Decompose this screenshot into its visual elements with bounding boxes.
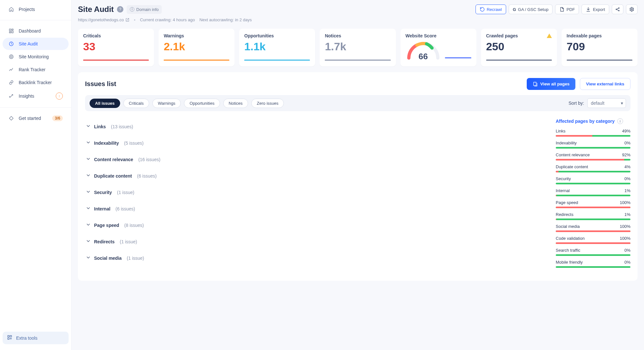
share-button[interactable]: [612, 5, 623, 14]
svg-rect-8: [10, 335, 12, 337]
chevron-down-icon: [86, 255, 91, 261]
next-crawl: Next autocrawling: in 2 days: [199, 17, 252, 22]
filter-criticals[interactable]: Criticals: [123, 99, 149, 108]
issue-name: Social media: [94, 256, 122, 261]
sidebar-item-site-audit[interactable]: Site Audit: [3, 38, 69, 50]
card-value: 2.1k: [164, 41, 229, 52]
affected-item: Code validation100%: [556, 236, 630, 244]
affected-name: Code validation: [556, 236, 585, 241]
view-external-links-button[interactable]: View external links: [580, 78, 630, 90]
recrawl-button[interactable]: Recrawl: [476, 5, 506, 14]
card-underline: [445, 57, 471, 58]
domain-info-chip[interactable]: Domain info: [127, 5, 162, 14]
extra-tools-button[interactable]: Extra tools: [3, 332, 69, 344]
issue-row[interactable]: Content relevance (16 issues): [85, 151, 543, 168]
affected-pct: 100%: [620, 236, 630, 241]
issue-count: (8 issues): [124, 223, 144, 228]
issue-name: Content relevance: [94, 157, 133, 162]
filter-all[interactable]: All issues: [90, 99, 120, 108]
issue-row[interactable]: Security (1 issue): [85, 184, 543, 200]
issue-row[interactable]: Internal (6 issues): [85, 200, 543, 217]
sidebar-label: Backlink Tracker: [19, 80, 52, 85]
sidebar-label: Dashboard: [19, 28, 41, 34]
extra-tools-label: Extra tools: [16, 335, 37, 341]
affected-bar: [556, 242, 630, 244]
filter-notices[interactable]: Notices: [223, 99, 248, 108]
gauge: 66: [406, 40, 441, 60]
card-indexable-pages[interactable]: Indexable pages 709: [562, 29, 638, 66]
card-notices[interactable]: Notices 1.7k: [320, 29, 396, 66]
affected-pct: 0%: [624, 141, 630, 145]
affected-name: Social media: [556, 224, 580, 229]
filter-warnings[interactable]: Warnings: [152, 99, 181, 108]
affected-pct: 0%: [624, 260, 630, 265]
sort-label: Sort by:: [569, 101, 584, 106]
rank-icon: [8, 67, 14, 73]
export-button[interactable]: Export: [582, 5, 609, 14]
ga-gsc-button[interactable]: G GA / GSC Setup: [509, 5, 553, 14]
card-crawled-pages[interactable]: Crawled pages 250: [481, 29, 557, 66]
issue-row[interactable]: Links (13 issues): [85, 118, 543, 135]
filter-zero[interactable]: Zero issues: [251, 99, 284, 108]
card-opportunities[interactable]: Opportunities 1.1k: [239, 29, 315, 66]
issue-row[interactable]: Redirects (1 issue): [85, 233, 543, 250]
card-underline: [486, 60, 552, 61]
card-underline: [325, 60, 390, 61]
sidebar-item-projects[interactable]: Projects: [3, 3, 69, 15]
issue-count: (5 issues): [124, 141, 144, 146]
affected-pct: 100%: [620, 224, 630, 229]
sidebar-item-dashboard[interactable]: Dashboard: [3, 25, 69, 37]
card-criticals[interactable]: Criticals 33: [78, 29, 154, 66]
sidebar-item-backlink-tracker[interactable]: Backlink Tracker: [3, 76, 69, 89]
issue-name: Indexability: [94, 141, 119, 146]
issue-row[interactable]: Duplicate content (6 issues): [85, 168, 543, 184]
sort-select[interactable]: default ▾: [587, 98, 626, 108]
issue-row[interactable]: Social media (1 issue): [85, 250, 543, 266]
affected-name: Security: [556, 176, 571, 181]
pdf-label: PDF: [566, 7, 575, 12]
affected-bar: [556, 195, 630, 196]
affected-name: Content relevance: [556, 152, 590, 157]
card-value: 1.7k: [325, 41, 390, 52]
issue-row[interactable]: Indexability (5 issues): [85, 135, 543, 151]
card-label: Crawled pages: [486, 33, 518, 38]
sidebar-label: Site Audit: [19, 41, 38, 46]
card-value: 33: [83, 41, 149, 52]
issue-name: Security: [94, 190, 112, 195]
help-icon[interactable]: ?: [117, 6, 123, 13]
affected-name: Redirects: [556, 212, 573, 217]
issue-count: (16 issues): [138, 157, 160, 162]
issue-name: Links: [94, 124, 106, 129]
sidebar-item-insights[interactable]: Insights ↑: [3, 89, 69, 103]
settings-button[interactable]: [626, 5, 638, 14]
affected-title[interactable]: Affected pages by category: [556, 119, 615, 124]
external-icon: [125, 18, 130, 22]
sidebar-item-site-monitoring[interactable]: Site Monitoring: [3, 51, 69, 63]
view-all-label: View all pages: [540, 82, 570, 86]
card-website-score[interactable]: Website Score 66: [400, 29, 476, 66]
card-label: Warnings: [164, 33, 229, 38]
card-label: Criticals: [83, 33, 149, 38]
affected-pct: 100%: [620, 200, 630, 205]
affected-item: Duplicate content4%: [556, 164, 630, 172]
upgrade-icon[interactable]: ↑: [56, 92, 63, 100]
issue-row[interactable]: Page speed (8 issues): [85, 217, 543, 233]
affected-pct: 92%: [622, 152, 630, 157]
sidebar-item-rank-tracker[interactable]: Rank Tracker: [3, 63, 69, 76]
info-icon[interactable]: i: [617, 118, 623, 124]
magic-icon: [8, 93, 14, 99]
pdf-button[interactable]: PDF: [555, 5, 579, 14]
sidebar-item-get-started[interactable]: Get started 3/6: [3, 112, 69, 124]
project-url-link[interactable]: https://gonetothedogs.co: [78, 17, 130, 22]
affected-pct: 0%: [624, 176, 630, 181]
progress-badge: 3/6: [52, 115, 63, 121]
divider: [0, 20, 71, 20]
recrawl-label: Recrawl: [487, 7, 502, 12]
affected-name: Links: [556, 129, 565, 133]
affected-name: Page speed: [556, 200, 578, 205]
filter-bar: All issues Criticals Warnings Opportunit…: [85, 95, 630, 111]
filter-opportunities[interactable]: Opportunities: [184, 99, 220, 108]
affected-bar: [556, 183, 630, 184]
card-warnings[interactable]: Warnings 2.1k: [159, 29, 235, 66]
view-all-pages-button[interactable]: View all pages: [527, 78, 575, 90]
